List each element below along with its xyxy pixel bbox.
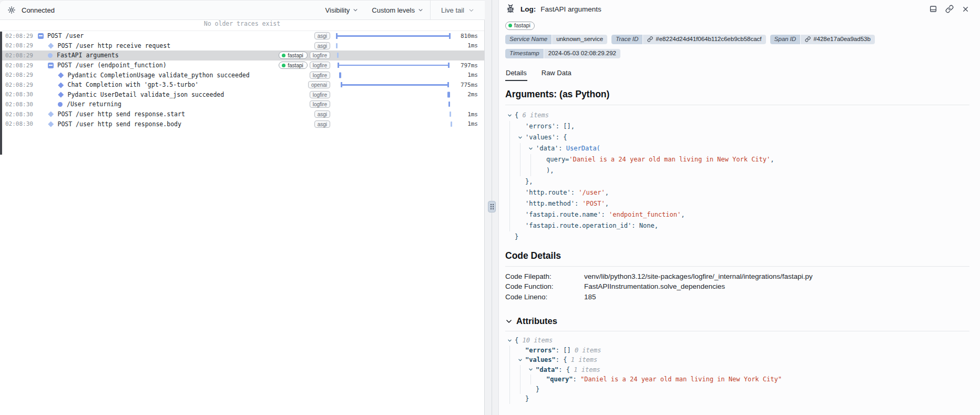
copy-link-button[interactable] [945,5,954,13]
duration-label: 797ms [454,62,478,69]
timeline-cell [335,119,454,129]
trace-row-badges: openai [308,81,330,88]
tree-line-text: } [536,384,539,394]
code-detail-value: venv/lib/python3.12/site-packages/logfir… [584,271,969,282]
tree-slot [518,121,525,132]
trace-row-label: Pydantic CompletionUsage validate_python… [68,72,250,79]
attributes-json-tree: { 10 items"errors": [] 0 items"values": … [505,336,969,404]
scope-badge: openai [308,81,330,88]
record-kind-label: Log: [520,5,536,13]
tree-collapse-toggle[interactable] [518,132,525,143]
trace-row[interactable]: 02:08:29POST /user http receive requesta… [0,41,484,51]
tree-collapse-toggle[interactable] [507,336,515,346]
panel-resize-handle[interactable] [488,201,496,212]
indent-guide [509,394,518,404]
duration-bar [336,35,451,37]
tree-collapse-toggle[interactable] [528,143,536,154]
tree-collapse-toggle[interactable] [528,365,536,375]
indent-guide [509,143,518,154]
code-detail-label: Code Function: [505,281,584,292]
visibility-label: Visibility [325,6,350,14]
tree-line-text: 'data': UserData( [536,143,600,154]
timeline-cell [335,109,454,119]
indent-guide [520,365,528,375]
tree-line-text: 'http.method': 'POST', [525,198,609,209]
trace-row[interactable]: 02:08:30Pydantic UserDetail validate_jso… [0,90,484,100]
tree-slot [539,374,546,384]
duration-bar [338,65,450,66]
chip-value[interactable]: #e8224d24d41f064b112c6eb9cb58cacf [643,35,765,44]
collapse-section-icon[interactable] [505,318,513,325]
indent-guide [509,176,518,187]
record-title: FastAPI arguments [540,5,601,13]
tree-line-text: ), [546,165,554,176]
indent-guide [509,187,518,198]
close-icon[interactable] [962,5,969,13]
list-scrollbar[interactable] [0,32,2,155]
indent-guide [509,365,518,375]
indent-guide [509,346,518,356]
indent-guide [509,220,518,231]
timeline-cell [335,41,454,51]
trace-row-label-cell: POST /user http send response.start [38,110,310,118]
scope-badge-label: fastapi [514,22,530,29]
tree-slot [507,231,515,242]
tree-line: } [507,394,969,404]
duration-tick [451,122,452,127]
tree-slot [518,176,525,187]
scope-badge: logfire [310,52,330,59]
diamond-icon [48,112,54,117]
trace-row-badges: asgi [314,120,330,128]
tree-line-text: query='Daniel is a 24 year old man livin… [546,154,774,165]
tree-line-text: 'errors': [], [525,121,575,132]
trace-row[interactable]: 02:08:30POST /user http send response.bo… [0,119,484,129]
indent-guide [509,132,518,143]
tab-details[interactable]: Details [505,66,527,81]
tree-line-text: "query": "Daniel is a 24 year old man li… [546,374,782,384]
collapse-toggle-icon[interactable] [48,63,54,68]
link-icon [647,36,653,42]
collapse-toggle-icon[interactable] [38,33,44,39]
trace-row[interactable]: 02:08:29Pydantic CompletionUsage validat… [0,70,484,80]
trace-row[interactable]: 02:08:29POST /user (endpoint_function)fa… [0,60,484,70]
trace-row[interactable]: 02:08:29FastAPI argumentsfastapilogfire [0,50,484,60]
chip-value[interactable]: #428e17a0ea9ad53b [801,35,875,44]
trace-row[interactable]: 02:08:30/User returninglogfire [0,99,484,109]
chip-row: Timestamp2024-05-03 02:08:29.292 [505,49,969,58]
detail-tabs: DetailsRaw Data [505,66,969,81]
visibility-dropdown[interactable]: Visibility [319,1,365,19]
chip-label: Span ID [770,35,801,44]
tree-line: 'data': UserData( [507,143,969,154]
trace-row-label-cell: /User returning [38,100,305,108]
indent-guide [520,374,528,384]
trace-row-label-cell: Chat Completion with 'gpt-3.5-turbo' [38,81,304,88]
indent-guide [509,209,518,220]
live-tail-select[interactable]: Live tail [431,1,485,19]
status-dot [282,64,285,67]
bug-icon [505,4,516,14]
tree-line-text: 'http.route': '/user', [525,187,609,198]
toggle-panel-layout-button[interactable] [929,5,937,13]
tree-line-text: { 6 items [515,110,549,121]
trace-row-time: 02:08:29 [5,82,38,88]
link-icon [805,36,811,42]
tree-collapse-toggle[interactable] [507,110,515,121]
tab-raw-data[interactable]: Raw Data [541,66,572,81]
trace-row[interactable]: 02:08:29POST /userasgi810ms [0,31,484,41]
gear-icon[interactable] [7,6,16,14]
custom-levels-dropdown[interactable]: Custom levels [365,1,430,19]
chip-value: 2024-05-03 02:08:29.292 [544,49,620,58]
tree-line: "values": { 1 items [507,355,969,365]
duration-tick [447,92,450,97]
trace-row-time: 02:08:29 [5,52,38,59]
tree-line: { 10 items [507,336,969,346]
scope-tag-row: fastapi [505,20,969,30]
tree-line: 'errors': [], [507,121,969,132]
tree-collapse-toggle[interactable] [518,355,525,365]
no-older-traces-message: No older traces exist [0,20,484,31]
trace-row[interactable]: 02:08:29Chat Completion with 'gpt-3.5-tu… [0,80,484,90]
trace-row[interactable]: 02:08:30POST /user http send response.st… [0,109,484,119]
timeline-cell [335,60,454,70]
tree-line: "errors": [] 0 items [507,346,969,356]
tree-line: } [507,384,969,394]
